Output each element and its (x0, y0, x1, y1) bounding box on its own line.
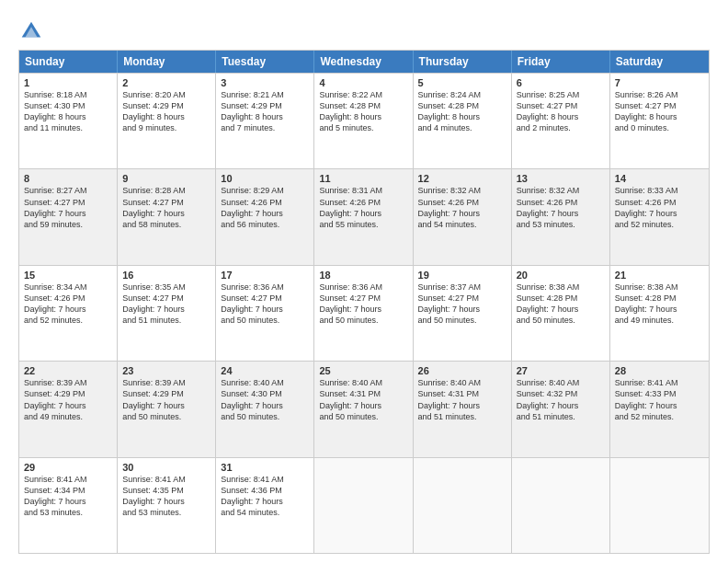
cal-cell-7: 7Sunrise: 8:26 AM Sunset: 4:27 PM Daylig… (610, 74, 709, 168)
day-number: 31 (221, 462, 309, 473)
cal-cell-31: 31Sunrise: 8:41 AM Sunset: 4:36 PM Dayli… (216, 458, 314, 553)
day-number: 5 (418, 77, 506, 88)
day-number: 23 (122, 365, 210, 376)
day-number: 15 (24, 270, 112, 281)
cal-header-saturday: Saturday (610, 51, 709, 73)
cal-week-3: 22Sunrise: 8:39 AM Sunset: 4:29 PM Dayli… (19, 361, 709, 456)
cal-header-monday: Monday (118, 51, 216, 73)
cal-cell-18: 18Sunrise: 8:36 AM Sunset: 4:27 PM Dayli… (314, 266, 413, 361)
cal-header-wednesday: Wednesday (314, 51, 413, 73)
cal-cell-20: 20Sunrise: 8:38 AM Sunset: 4:28 PM Dayli… (512, 266, 610, 361)
cal-cell-26: 26Sunrise: 8:40 AM Sunset: 4:31 PM Dayli… (414, 362, 512, 456)
cal-cell-8: 8Sunrise: 8:27 AM Sunset: 4:27 PM Daylig… (19, 169, 118, 264)
day-info: Sunrise: 8:24 AM Sunset: 4:28 PM Dayligh… (418, 89, 506, 134)
cal-cell-6: 6Sunrise: 8:25 AM Sunset: 4:27 PM Daylig… (512, 74, 610, 168)
cal-cell-empty (512, 458, 610, 553)
cal-cell-3: 3Sunrise: 8:21 AM Sunset: 4:29 PM Daylig… (216, 74, 314, 168)
cal-cell-22: 22Sunrise: 8:39 AM Sunset: 4:29 PM Dayli… (19, 362, 118, 456)
day-info: Sunrise: 8:28 AM Sunset: 4:27 PM Dayligh… (122, 185, 210, 230)
day-number: 19 (418, 270, 506, 281)
day-info: Sunrise: 8:41 AM Sunset: 4:36 PM Dayligh… (221, 474, 309, 519)
cal-cell-14: 14Sunrise: 8:33 AM Sunset: 4:26 PM Dayli… (610, 169, 709, 264)
cal-cell-21: 21Sunrise: 8:38 AM Sunset: 4:28 PM Dayli… (610, 266, 709, 361)
header (18, 15, 710, 44)
cal-week-1: 8Sunrise: 8:27 AM Sunset: 4:27 PM Daylig… (19, 168, 709, 264)
day-info: Sunrise: 8:20 AM Sunset: 4:29 PM Dayligh… (122, 89, 210, 134)
day-number: 3 (221, 77, 309, 88)
day-info: Sunrise: 8:22 AM Sunset: 4:28 PM Dayligh… (319, 89, 407, 134)
day-number: 8 (24, 173, 112, 184)
day-number: 18 (319, 270, 407, 281)
day-info: Sunrise: 8:21 AM Sunset: 4:29 PM Dayligh… (221, 89, 309, 134)
day-number: 28 (615, 365, 704, 376)
day-info: Sunrise: 8:39 AM Sunset: 4:29 PM Dayligh… (122, 377, 210, 422)
day-number: 4 (319, 77, 407, 88)
calendar: SundayMondayTuesdayWednesdayThursdayFrid… (18, 50, 710, 554)
day-number: 22 (24, 365, 112, 376)
day-info: Sunrise: 8:34 AM Sunset: 4:26 PM Dayligh… (24, 282, 112, 327)
day-number: 9 (122, 173, 210, 184)
cal-week-0: 1Sunrise: 8:18 AM Sunset: 4:30 PM Daylig… (19, 73, 709, 168)
day-info: Sunrise: 8:40 AM Sunset: 4:31 PM Dayligh… (319, 377, 407, 422)
cal-cell-27: 27Sunrise: 8:40 AM Sunset: 4:32 PM Dayli… (512, 362, 610, 456)
day-number: 27 (517, 365, 605, 376)
cal-cell-empty (610, 458, 709, 553)
day-number: 12 (418, 173, 506, 184)
cal-cell-24: 24Sunrise: 8:40 AM Sunset: 4:30 PM Dayli… (216, 362, 314, 456)
day-number: 25 (319, 365, 407, 376)
cal-cell-11: 11Sunrise: 8:31 AM Sunset: 4:26 PM Dayli… (314, 169, 413, 264)
logo (18, 18, 48, 44)
day-number: 7 (615, 77, 704, 88)
cal-week-4: 29Sunrise: 8:41 AM Sunset: 4:34 PM Dayli… (19, 457, 709, 553)
day-number: 21 (615, 270, 704, 281)
day-number: 24 (221, 365, 309, 376)
cal-cell-15: 15Sunrise: 8:34 AM Sunset: 4:26 PM Dayli… (19, 266, 118, 361)
day-number: 14 (615, 173, 704, 184)
day-info: Sunrise: 8:39 AM Sunset: 4:29 PM Dayligh… (24, 377, 112, 422)
day-number: 6 (517, 77, 605, 88)
day-info: Sunrise: 8:41 AM Sunset: 4:35 PM Dayligh… (122, 474, 210, 519)
cal-header-tuesday: Tuesday (216, 51, 314, 73)
day-number: 29 (24, 462, 112, 473)
day-number: 20 (517, 270, 605, 281)
cal-cell-1: 1Sunrise: 8:18 AM Sunset: 4:30 PM Daylig… (19, 74, 118, 168)
cal-header-thursday: Thursday (414, 51, 512, 73)
cal-cell-10: 10Sunrise: 8:29 AM Sunset: 4:26 PM Dayli… (216, 169, 314, 264)
day-info: Sunrise: 8:36 AM Sunset: 4:27 PM Dayligh… (221, 282, 309, 327)
day-info: Sunrise: 8:40 AM Sunset: 4:32 PM Dayligh… (517, 377, 605, 422)
day-info: Sunrise: 8:32 AM Sunset: 4:26 PM Dayligh… (418, 185, 506, 230)
day-info: Sunrise: 8:38 AM Sunset: 4:28 PM Dayligh… (615, 282, 704, 327)
day-info: Sunrise: 8:31 AM Sunset: 4:26 PM Dayligh… (319, 185, 407, 230)
day-info: Sunrise: 8:26 AM Sunset: 4:27 PM Dayligh… (615, 89, 704, 134)
calendar-body: 1Sunrise: 8:18 AM Sunset: 4:30 PM Daylig… (19, 73, 709, 553)
cal-cell-5: 5Sunrise: 8:24 AM Sunset: 4:28 PM Daylig… (414, 74, 512, 168)
cal-cell-13: 13Sunrise: 8:32 AM Sunset: 4:26 PM Dayli… (512, 169, 610, 264)
day-number: 16 (122, 270, 210, 281)
cal-cell-4: 4Sunrise: 8:22 AM Sunset: 4:28 PM Daylig… (314, 74, 413, 168)
day-number: 10 (221, 173, 309, 184)
day-number: 1 (24, 77, 112, 88)
cal-cell-30: 30Sunrise: 8:41 AM Sunset: 4:35 PM Dayli… (118, 458, 216, 553)
cal-header-friday: Friday (512, 51, 610, 73)
day-info: Sunrise: 8:41 AM Sunset: 4:34 PM Dayligh… (24, 474, 112, 519)
day-info: Sunrise: 8:29 AM Sunset: 4:26 PM Dayligh… (221, 185, 309, 230)
day-info: Sunrise: 8:18 AM Sunset: 4:30 PM Dayligh… (24, 89, 112, 134)
day-info: Sunrise: 8:40 AM Sunset: 4:30 PM Dayligh… (221, 377, 309, 422)
day-info: Sunrise: 8:32 AM Sunset: 4:26 PM Dayligh… (517, 185, 605, 230)
logo-icon (18, 18, 44, 44)
day-info: Sunrise: 8:41 AM Sunset: 4:33 PM Dayligh… (615, 377, 704, 422)
cal-cell-25: 25Sunrise: 8:40 AM Sunset: 4:31 PM Dayli… (314, 362, 413, 456)
day-number: 13 (517, 173, 605, 184)
day-info: Sunrise: 8:40 AM Sunset: 4:31 PM Dayligh… (418, 377, 506, 422)
cal-header-sunday: Sunday (19, 51, 118, 73)
day-info: Sunrise: 8:25 AM Sunset: 4:27 PM Dayligh… (517, 89, 605, 134)
cal-cell-empty (414, 458, 512, 553)
page: SundayMondayTuesdayWednesdayThursdayFrid… (0, 0, 728, 563)
day-number: 17 (221, 270, 309, 281)
cal-cell-12: 12Sunrise: 8:32 AM Sunset: 4:26 PM Dayli… (414, 169, 512, 264)
cal-cell-28: 28Sunrise: 8:41 AM Sunset: 4:33 PM Dayli… (610, 362, 709, 456)
cal-cell-16: 16Sunrise: 8:35 AM Sunset: 4:27 PM Dayli… (118, 266, 216, 361)
day-info: Sunrise: 8:35 AM Sunset: 4:27 PM Dayligh… (122, 282, 210, 327)
cal-cell-9: 9Sunrise: 8:28 AM Sunset: 4:27 PM Daylig… (118, 169, 216, 264)
calendar-header: SundayMondayTuesdayWednesdayThursdayFrid… (19, 51, 709, 73)
